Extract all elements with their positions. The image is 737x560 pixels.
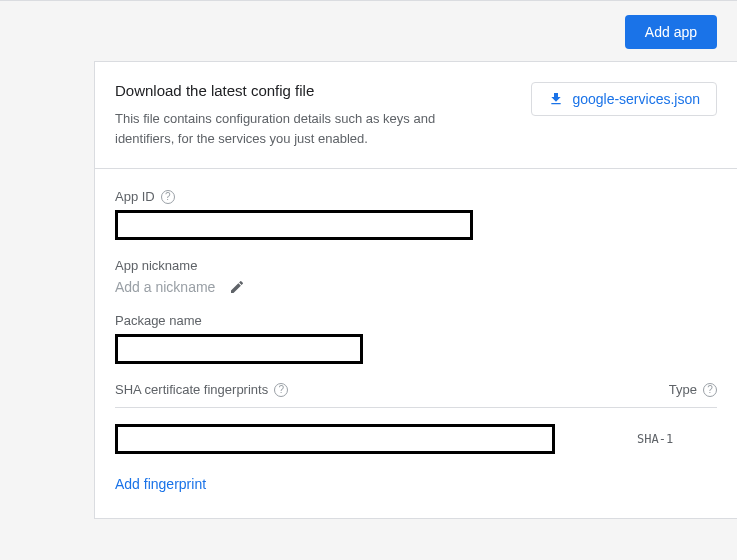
- app-id-label: App ID: [115, 189, 155, 204]
- edit-icon[interactable]: [229, 279, 245, 295]
- config-file-section: Download the latest config file This fil…: [95, 62, 737, 169]
- header-row: Add app: [0, 1, 737, 61]
- package-name-group: Package name: [115, 313, 717, 364]
- help-icon[interactable]: ?: [274, 383, 288, 397]
- sha-type-value: SHA-1: [637, 432, 717, 446]
- add-app-button[interactable]: Add app: [625, 15, 717, 49]
- sha-type-header: Type: [669, 382, 697, 397]
- package-name-label: Package name: [115, 313, 202, 328]
- download-config-button[interactable]: google-services.json: [531, 82, 717, 116]
- app-id-value: [115, 210, 473, 240]
- nickname-group: App nickname Add a nickname: [115, 258, 717, 295]
- help-icon[interactable]: ?: [161, 190, 175, 204]
- package-name-value: [115, 334, 363, 364]
- sha-row: SHA-1: [115, 420, 717, 470]
- nickname-input[interactable]: Add a nickname: [115, 279, 215, 295]
- app-fields-section: App ID ? App nickname Add a nickname Pac…: [95, 169, 737, 364]
- sha-section: SHA certificate fingerprints ? Type ? SH…: [95, 382, 737, 518]
- sha-header-label: SHA certificate fingerprints: [115, 382, 268, 397]
- add-fingerprint-button[interactable]: Add fingerprint: [115, 470, 206, 498]
- help-icon[interactable]: ?: [703, 383, 717, 397]
- download-icon: [548, 91, 564, 107]
- config-description: This file contains configuration details…: [115, 109, 455, 148]
- app-id-group: App ID ?: [115, 189, 717, 240]
- app-settings-card: Download the latest config file This fil…: [94, 61, 737, 519]
- sha-fingerprint-value: [115, 424, 555, 454]
- download-config-label: google-services.json: [572, 91, 700, 107]
- config-title: Download the latest config file: [115, 82, 531, 99]
- nickname-label: App nickname: [115, 258, 197, 273]
